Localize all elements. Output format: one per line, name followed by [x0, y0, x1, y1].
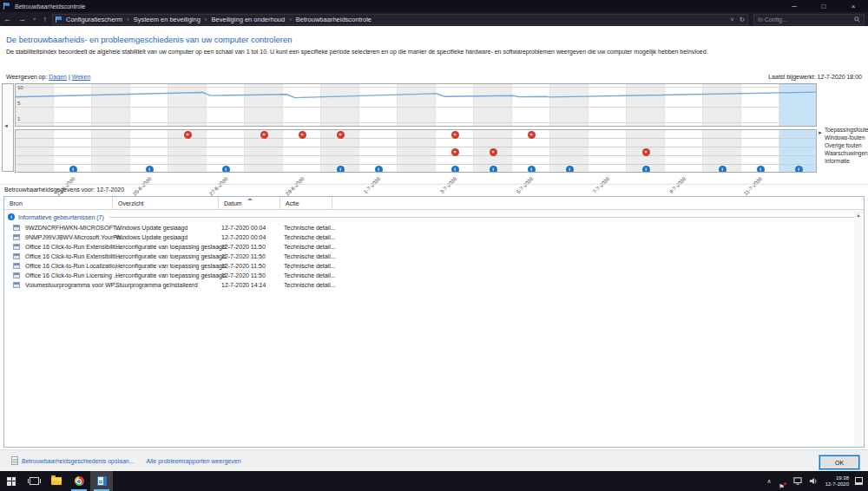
table-row[interactable]: 9NMPJ99VJBWV-Microsoft.YourPh...Windows …	[4, 232, 855, 242]
details-table: BronOverzichtDatumActie i Informatieve g…	[3, 196, 865, 448]
date-label: 25-6-2020	[132, 176, 153, 197]
technical-details-link[interactable]: Technische detail...	[284, 280, 336, 290]
info-event-icon[interactable]: i	[719, 166, 727, 173]
start-button[interactable]	[0, 471, 23, 491]
technical-details-link[interactable]: Technische detail...	[284, 223, 336, 232]
table-row[interactable]: Office 16 Click-to-Run Extensibilit...He…	[4, 242, 855, 252]
save-history-link[interactable]: Betrouwbaarheidsgeschiedenis opslaan...	[22, 458, 135, 464]
file-explorer-button[interactable]	[45, 471, 68, 491]
source-cell: 9WZDNCRFHWKN-MICROSOFT...	[25, 223, 121, 232]
group-row[interactable]: i Informatieve gebeurtenissen (7)	[8, 213, 854, 220]
breadcrumb-item-system-security[interactable]: Systeem en beveiliging	[134, 16, 201, 23]
error-event-icon[interactable]: ×	[642, 148, 650, 156]
grid-row-windows-fouten	[16, 139, 816, 147]
breadcrumb-item-reliability[interactable]: Betrouwbaarheidscontrole	[296, 16, 372, 23]
info-event-icon[interactable]: i	[566, 166, 574, 173]
error-event-icon[interactable]: ×	[260, 131, 268, 139]
volume-icon[interactable]	[809, 477, 818, 485]
event-grid[interactable]: ×××××××××iiiiiiiiiiiii	[15, 129, 817, 173]
grid-row-waarschuwingen	[16, 156, 816, 165]
error-event-icon[interactable]: ×	[528, 131, 536, 139]
table-row[interactable]: Office 16 Click-to-Run Extensibilit...He…	[4, 252, 855, 261]
stability-index-chart[interactable]: 1051	[15, 83, 817, 127]
technical-details-link[interactable]: Technische detail...	[284, 252, 336, 261]
technical-details-link[interactable]: Technische detail...	[284, 271, 336, 280]
up-button[interactable]: ↑	[43, 16, 48, 23]
search-input[interactable]: In Config...	[753, 14, 865, 25]
ok-button[interactable]: OK	[819, 455, 859, 469]
error-event-icon[interactable]: ×	[337, 131, 345, 139]
reliability-monitor-taskbar-button[interactable]	[90, 471, 113, 491]
error-event-icon[interactable]: ×	[451, 148, 459, 156]
scroll-up-icon[interactable]: ▲	[854, 211, 863, 219]
info-event-icon[interactable]: i	[146, 166, 154, 173]
view-by-label: Weergeven op:	[6, 74, 47, 80]
security-tray-icon[interactable]: ⚑	[779, 477, 786, 485]
info-event-icon[interactable]: i	[69, 166, 77, 173]
date-cell: 12-7-2020 11:50	[221, 261, 266, 271]
taskbar-clock[interactable]: 19:38 12-7-2020	[825, 475, 849, 488]
technical-details-link[interactable]: Technische detail...	[284, 242, 336, 252]
column-header-bron[interactable]: Bron	[4, 197, 113, 210]
chrome-button[interactable]	[68, 471, 90, 491]
info-event-icon[interactable]: i	[337, 166, 345, 173]
row-label-windows-fouten: Windows-fouten	[825, 134, 868, 141]
info-event-icon[interactable]: i	[375, 166, 383, 173]
column-header-actie[interactable]: Actie	[280, 197, 332, 210]
column-header-overzicht[interactable]: Overzicht	[113, 197, 219, 210]
minimize-button[interactable]: ─	[779, 0, 809, 12]
date-cell: 12-7-2020 11:50	[221, 252, 266, 261]
table-row[interactable]: 9WZDNCRFHWKN-MICROSOFT...Windows Update …	[4, 223, 855, 232]
recent-pages-dropdown[interactable]: ˅	[33, 16, 36, 22]
page-description: De stabiliteitsindex beoordeelt de algeh…	[6, 49, 735, 55]
hidden-icons-chevron[interactable]: ∧	[767, 478, 772, 485]
date-label: 1-7-2020	[363, 176, 381, 194]
info-event-icon[interactable]: i	[757, 166, 765, 173]
table-scrollbar[interactable]: ▲	[854, 211, 863, 447]
maximize-button[interactable]: □	[809, 0, 838, 12]
info-event-icon[interactable]: i	[795, 166, 803, 173]
address-dropdown-icon[interactable]: ˅	[730, 16, 733, 23]
view-all-reports-link[interactable]: Alle probleemrapporten weergeven	[147, 458, 241, 464]
group-rule	[109, 217, 854, 218]
row-label-toepassingsfouten: Toepassingsfouten	[825, 126, 868, 134]
technical-details-link[interactable]: Technische detail...	[284, 261, 336, 271]
clock-time: 19:38	[825, 475, 849, 481]
chart-scroll-left-icon[interactable]: ◄	[3, 123, 9, 128]
view-days-link[interactable]: Dagen	[49, 74, 67, 80]
error-event-icon[interactable]: ×	[299, 131, 306, 139]
table-row[interactable]: Volumestuurprogramma voor WP...Stuurprog…	[4, 280, 855, 290]
action-center-icon[interactable]	[855, 477, 863, 485]
error-event-icon[interactable]: ×	[490, 148, 497, 156]
network-icon[interactable]	[793, 477, 802, 485]
info-event-icon[interactable]: i	[528, 166, 536, 173]
info-event-icon[interactable]: i	[222, 166, 230, 173]
breadcrumb-separator: ›	[289, 16, 292, 23]
technical-details-link[interactable]: Technische detail...	[284, 232, 336, 242]
notification-badge	[783, 481, 787, 486]
back-button[interactable]: ←	[3, 16, 11, 23]
sort-caret-icon[interactable]	[247, 198, 253, 200]
info-event-icon[interactable]: i	[451, 166, 459, 173]
info-event-icon[interactable]: i	[490, 166, 497, 173]
breadcrumb-item-security-maintenance[interactable]: Beveiliging en onderhoud	[212, 16, 286, 23]
view-weeks-link[interactable]: Weken	[72, 74, 91, 80]
save-history-icon	[11, 456, 18, 465]
task-view-button[interactable]	[23, 471, 45, 491]
error-event-icon[interactable]: ×	[451, 131, 459, 139]
table-row[interactable]: Office 16 Click-to-Run Licensing ...Herc…	[4, 271, 855, 280]
date-label: 27-6-2020	[208, 176, 229, 197]
close-button[interactable]: ×	[838, 0, 868, 12]
breadcrumb-item-control-panel[interactable]: Configuratiescherm	[66, 16, 122, 23]
refresh-icon[interactable]: ↻	[740, 16, 745, 23]
info-event-icon[interactable]: i	[642, 166, 650, 173]
error-event-icon[interactable]: ×	[184, 131, 192, 139]
table-header: BronOverzichtDatumActie	[4, 197, 864, 210]
table-row[interactable]: Office 16 Click-to-Run Localizatio...Her…	[4, 261, 855, 271]
app-flag-icon	[3, 3, 10, 10]
footer-bar: Betrouwbaarheidsgeschiedenis opslaan... …	[0, 449, 868, 471]
chart-scroll-right-icon[interactable]: ►	[818, 130, 823, 135]
forward-button[interactable]: →	[18, 16, 26, 23]
summary-cell: Windows Update geslaagd	[115, 223, 187, 232]
source-cell: Office 16 Click-to-Run Licensing ...	[25, 271, 119, 280]
